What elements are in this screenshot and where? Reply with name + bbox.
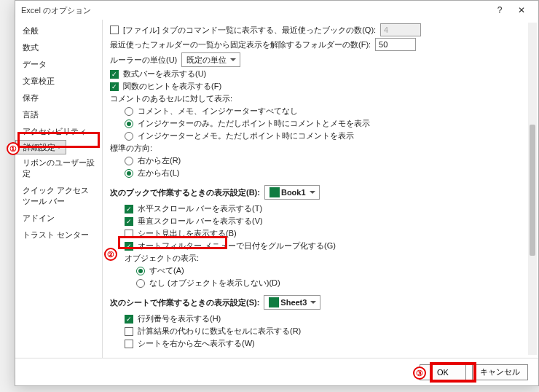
sidebar-item-trust[interactable]: トラスト センター [15, 227, 102, 243]
opt-rtl-sheet: シートを右から左へ表示する(W) [106, 337, 525, 350]
chk-vscroll[interactable] [125, 217, 133, 226]
lbl-hscroll: 水平スクロール バーを表示する(T) [138, 203, 262, 214]
hdr-comments: コメントのあるセルに対して表示: [106, 93, 525, 105]
opt-func-hint: 関数のヒントを表示する(F) [106, 80, 525, 93]
sel-book[interactable]: Book1 [264, 185, 320, 200]
content-scroll: [ファイル] タブのコマンド一覧に表示する、最近使ったブックの数(Q): 4 最… [106, 23, 525, 355]
chk-sheet-tabs[interactable] [125, 230, 133, 238]
rad-dir-ltr[interactable] [125, 169, 133, 178]
sel-ruler-unit[interactable]: 既定の単位 [181, 52, 240, 67]
lbl-comment-both: インジケーターとメモ。ただしポイント時にコメントを表示 [138, 130, 354, 141]
opt-obj-none: なし (オブジェクトを表示しない)(D) [106, 277, 525, 289]
opt-recent-books: [ファイル] タブのコマンド一覧に表示する、最近使ったブックの数(Q): 4 [106, 23, 525, 37]
lbl-dir-rtl: 右から左(R) [138, 155, 181, 166]
hdr-direction: 標準の方向: [106, 142, 525, 154]
lbl-section-sheet: 次のシートで作業するときの表示設定(S): [110, 297, 259, 308]
help-button[interactable]: ? [489, 5, 511, 15]
sidebar-item-proofing[interactable]: 文章校正 [15, 73, 102, 90]
rad-dir-rtl[interactable] [125, 157, 133, 165]
lbl-sheet-tabs: シート見出しを表示する(B) [138, 228, 237, 239]
chk-recent-books[interactable] [110, 26, 119, 34]
dialog-body: 全般 数式 データ 文章校正 保存 言語 アクセシビリティ 詳細設定 リボンのユ… [15, 20, 538, 358]
spin-unpin-folders[interactable]: 50 [375, 38, 416, 51]
opt-unpin-folders: 最近使ったフォルダーの一覧から固定表示を解除するフォルダーの数(F): 50 [106, 37, 525, 52]
content-pane: [ファイル] タブのコマンド一覧に表示する、最近使ったブックの数(Q): 4 最… [103, 20, 538, 358]
sidebar-item-accessibility[interactable]: アクセシビリティ [15, 123, 102, 140]
section-book: 次のブックで作業するときの表示設定(B): Book1 [106, 179, 525, 203]
chk-formula-bar[interactable] [110, 70, 119, 79]
chk-hscroll[interactable] [125, 205, 133, 213]
rad-comment-ind[interactable] [125, 119, 133, 128]
opt-show-formulas: 計算結果の代わりに数式をセルに表示する(R) [106, 325, 525, 337]
opt-sheet-tabs: シート見出しを表示する(B) [106, 227, 525, 240]
opt-dir-rtl: 右から左(R) [106, 154, 525, 167]
lbl-ruler-unit: ルーラーの単位(U) [110, 55, 177, 66]
sidebar-item-data[interactable]: データ [15, 56, 102, 73]
opt-formula-bar: 数式バーを表示する(U) [106, 68, 525, 80]
lbl-formula-bar: 数式バーを表示する(U) [123, 68, 206, 79]
sidebar-item-formulas[interactable]: 数式 [15, 39, 102, 56]
opt-comment-none: コメント、メモ、インジケーターすべてなし [106, 105, 525, 117]
opt-ruler-unit: ルーラーの単位(U) 既定の単位 [106, 52, 525, 68]
rad-obj-none[interactable] [136, 279, 145, 288]
sidebar-item-ribbon[interactable]: リボンのユーザー設定 [15, 154, 102, 182]
badge-2: ② [104, 248, 117, 261]
sidebar-item-addins[interactable]: アドイン [15, 210, 102, 227]
sel-book-val: Book1 [281, 188, 306, 197]
opt-dir-ltr: 左から右(L) [106, 167, 525, 179]
lbl-obj-all: すべて(A) [149, 265, 184, 276]
rad-comment-none[interactable] [125, 107, 133, 116]
lbl-section-book: 次のブックで作業するときの表示設定(B): [110, 187, 260, 198]
opt-comment-both: インジケーターとメモ。ただしポイント時にコメントを表示 [106, 130, 525, 142]
lbl-unpin-folders: 最近使ったフォルダーの一覧から固定表示を解除するフォルダーの数(F): [110, 39, 371, 50]
workbook-icon [270, 187, 280, 197]
rad-comment-both[interactable] [125, 132, 133, 141]
lbl-rowcol-headers: 行列番号を表示する(H) [138, 313, 221, 324]
chk-rowcol-headers[interactable] [125, 315, 133, 324]
sel-sheet-val: Sheet3 [280, 298, 307, 307]
options-dialog: Excel のオプション ? ✕ 全般 数式 データ 文章校正 保存 言語 アク… [15, 0, 539, 386]
sidebar-item-qat[interactable]: クイック アクセス ツール バー [15, 182, 102, 210]
sel-sheet[interactable]: Sheet3 [264, 295, 320, 310]
opt-hscroll: 水平スクロール バーを表示する(T) [106, 203, 525, 215]
lbl-func-hint: 関数のヒントを表示する(F) [123, 81, 221, 92]
dialog-title: Excel のオプション [21, 5, 489, 16]
opt-vscroll: 垂直スクロール バーを表示する(V) [106, 215, 525, 227]
lbl-comment-none: コメント、メモ、インジケーターすべてなし [138, 106, 298, 117]
sidebar-item-save[interactable]: 保存 [15, 90, 102, 106]
lbl-show-formulas: 計算結果の代わりに数式をセルに表示する(R) [138, 326, 301, 337]
opt-obj-all: すべて(A) [106, 264, 525, 277]
lbl-vscroll: 垂直スクロール バーを表示する(V) [138, 216, 263, 227]
close-button[interactable]: ✕ [511, 5, 532, 15]
lbl-rtl-sheet: シートを右から左へ表示する(W) [138, 338, 255, 349]
lbl-recent-books: [ファイル] タブのコマンド一覧に表示する、最近使ったブックの数(Q): [123, 25, 376, 36]
cancel-button[interactable]: キャンセル [472, 364, 528, 380]
lbl-dir-ltr: 左から右(L) [138, 168, 179, 179]
chk-autofilter-group[interactable] [125, 242, 133, 251]
spin-recent-books: 4 [380, 23, 421, 36]
chk-func-hint[interactable] [110, 82, 119, 91]
chk-show-formulas[interactable] [125, 327, 133, 336]
lbl-autofilter-group: オートフィルター メニューで日付をグループ化する(G) [138, 240, 336, 251]
opt-comment-ind: インジケーターのみ。ただしポイント時にコメントとメモを表示 [106, 117, 525, 130]
vertical-scrollbar[interactable] [528, 23, 537, 355]
section-sheet: 次のシートで作業するときの表示設定(S): Sheet3 [106, 289, 525, 313]
opt-rowcol-headers: 行列番号を表示する(H) [106, 313, 525, 325]
dialog-footer: OK キャンセル [15, 358, 538, 385]
sidebar-item-advanced[interactable]: 詳細設定 [15, 140, 66, 154]
badge-1: ① [7, 142, 20, 155]
sidebar-item-general[interactable]: 全般 [15, 23, 102, 39]
chk-rtl-sheet[interactable] [125, 340, 133, 348]
scrollbar-thumb[interactable] [530, 125, 535, 256]
lbl-obj-none: なし (オブジェクトを表示しない)(D) [149, 278, 280, 289]
opt-autofilter-group: オートフィルター メニューで日付をグループ化する(G) [106, 240, 525, 252]
rad-obj-all[interactable] [136, 267, 145, 275]
sidebar-item-language[interactable]: 言語 [15, 106, 102, 123]
badge-3: ③ [413, 366, 426, 380]
sheet-icon [269, 297, 279, 307]
lbl-comment-ind: インジケーターのみ。ただしポイント時にコメントとメモを表示 [138, 118, 370, 129]
category-sidebar: 全般 数式 データ 文章校正 保存 言語 アクセシビリティ 詳細設定 リボンのユ… [15, 20, 103, 358]
ok-button[interactable]: OK [420, 364, 466, 380]
titlebar: Excel のオプション ? ✕ [15, 1, 538, 20]
hdr-objects: オブジェクトの表示: [106, 252, 525, 264]
